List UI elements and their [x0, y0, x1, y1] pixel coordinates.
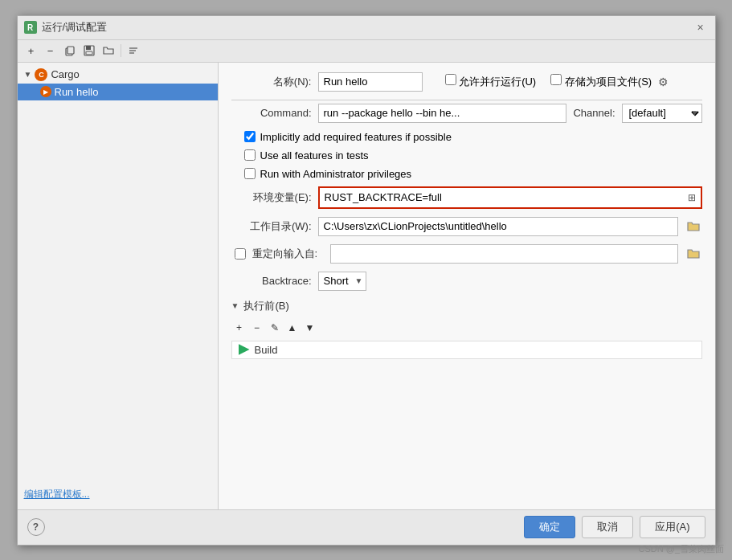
- toolbar-separator: [121, 44, 121, 57]
- sort-config-button[interactable]: [125, 42, 142, 59]
- title-bar-left: R 运行/调试配置: [24, 20, 108, 35]
- before-launch-label: 执行前(B): [243, 299, 288, 313]
- command-input[interactable]: [318, 104, 567, 123]
- remove-config-button[interactable]: −: [42, 42, 59, 59]
- working-dir-row: 工作目录(W):: [231, 217, 702, 236]
- run-with-admin-row: Run with Administrator privileges: [231, 168, 702, 180]
- redirect-input-folder-button[interactable]: [685, 245, 702, 263]
- allow-parallel-label: 允许并行运行(U): [445, 74, 537, 89]
- cargo-group-header[interactable]: ▼ C Cargo: [18, 66, 218, 84]
- sidebar: ▼ C Cargo ▶ Run hello 编辑配置模板...: [18, 63, 219, 509]
- apply-button[interactable]: 应用(A): [640, 516, 705, 538]
- ok-button[interactable]: 确定: [524, 516, 575, 538]
- dialog-icon: R: [24, 21, 37, 34]
- run-with-admin-checkbox[interactable]: [244, 168, 256, 179]
- store-as-file-checkbox[interactable]: [550, 74, 562, 85]
- close-button[interactable]: ×: [693, 19, 709, 35]
- before-launch-toolbar: + − ✎ ▲ ▼: [231, 320, 702, 336]
- env-input-wrapper: ⊞: [318, 186, 702, 209]
- run-hello-icon: ▶: [40, 86, 51, 97]
- build-icon: [239, 344, 250, 355]
- cargo-label: Cargo: [51, 68, 79, 80]
- env-label: 环境变量(E):: [231, 190, 312, 205]
- name-input[interactable]: [318, 72, 423, 92]
- use-all-features-row: Use all features in tests: [231, 149, 702, 161]
- command-label: Command:: [231, 107, 312, 119]
- svg-rect-3: [86, 46, 91, 50]
- env-input[interactable]: [320, 188, 701, 207]
- use-all-features-label: Use all features in tests: [260, 149, 369, 161]
- before-launch-header: ▼ 执行前(B): [231, 299, 702, 313]
- redirect-input-label: 重定向输入自:: [252, 247, 318, 261]
- redirect-input-row: 重定向输入自:: [231, 244, 702, 264]
- command-row: Command: Channel: [default] stable beta …: [231, 104, 702, 123]
- folder-config-button[interactable]: [100, 42, 117, 59]
- settings-icon[interactable]: ⚙: [658, 76, 669, 88]
- cargo-chevron: ▼: [24, 70, 32, 79]
- allow-parallel-text: 允许并行运行(U): [459, 76, 536, 88]
- cargo-group: ▼ C Cargo ▶ Run hello: [18, 66, 218, 100]
- config-toolbar: + −: [18, 40, 715, 63]
- name-label: 名称(N):: [231, 75, 312, 89]
- build-label: Build: [255, 344, 278, 356]
- backtrace-row: Backtrace: Short Full None ▼: [231, 272, 702, 291]
- implicitly-add-row: Implicitly add required features if poss…: [231, 131, 702, 143]
- svg-rect-1: [67, 47, 74, 54]
- before-launch-add-button[interactable]: +: [231, 320, 247, 336]
- env-row: 环境变量(E): ⊞: [231, 186, 702, 209]
- title-bar: R 运行/调试配置 ×: [18, 16, 715, 40]
- channel-select[interactable]: [default] stable beta nightly: [622, 104, 702, 123]
- cargo-icon: C: [35, 68, 47, 81]
- before-launch-up-button[interactable]: ▲: [284, 320, 301, 336]
- bottom-bar: ? 确定 取消 应用(A): [18, 509, 715, 545]
- backtrace-select[interactable]: Short Full None: [318, 272, 366, 291]
- before-launch-chevron: ▼: [231, 301, 239, 310]
- allow-parallel-checkbox[interactable]: [445, 74, 456, 85]
- watermark: CSDN @_雪菜肉丝面: [638, 543, 724, 555]
- use-all-features-checkbox[interactable]: [244, 149, 256, 161]
- run-hello-label: Run hello: [55, 86, 99, 98]
- implicitly-add-checkbox[interactable]: [244, 131, 256, 142]
- run-with-admin-label: Run with Administrator privileges: [260, 168, 412, 180]
- name-row: 名称(N): 允许并行运行(U) 存储为项目文件(S) ⚙: [231, 72, 702, 92]
- working-dir-input[interactable]: [318, 217, 678, 236]
- add-config-button[interactable]: +: [22, 42, 40, 59]
- before-launch-down-button[interactable]: ▼: [302, 320, 318, 336]
- run-debug-config-dialog: R 运行/调试配置 × + −: [17, 15, 716, 546]
- store-as-file-label: 存储为项目文件(S): [550, 74, 652, 89]
- implicitly-add-label: Implicitly add required features if poss…: [260, 131, 452, 143]
- backtrace-select-wrapper: Short Full None ▼: [318, 272, 366, 291]
- build-item[interactable]: Build: [231, 341, 702, 359]
- cancel-button[interactable]: 取消: [582, 516, 633, 538]
- channel-select-wrapper: [default] stable beta nightly ▼: [622, 104, 702, 123]
- before-launch-edit-button[interactable]: ✎: [267, 320, 283, 336]
- dialog-title: 运行/调试配置: [42, 20, 108, 35]
- working-dir-folder-button[interactable]: [685, 218, 702, 235]
- run-hello-item[interactable]: ▶ Run hello: [18, 84, 218, 100]
- redirect-input-field[interactable]: [330, 244, 677, 264]
- main-content: ▼ C Cargo ▶ Run hello 编辑配置模板... 名称(N): 允…: [18, 63, 715, 509]
- copy-config-button[interactable]: [61, 42, 79, 59]
- backtrace-label: Backtrace:: [231, 275, 312, 287]
- bottom-buttons: 确定 取消 应用(A): [524, 516, 705, 538]
- save-config-button[interactable]: [80, 42, 98, 59]
- store-as-file-text: 存储为项目文件(S): [565, 76, 652, 88]
- help-button[interactable]: ?: [27, 518, 45, 536]
- env-edit-icon[interactable]: ⊞: [685, 190, 699, 205]
- edit-template-link[interactable]: 编辑配置模板...: [18, 483, 218, 506]
- right-panel: 名称(N): 允许并行运行(U) 存储为项目文件(S) ⚙ Command: C…: [219, 63, 715, 509]
- before-launch-remove-button[interactable]: −: [249, 320, 265, 336]
- redirect-input-checkbox[interactable]: [235, 248, 246, 260]
- working-dir-label: 工作目录(W):: [231, 219, 312, 234]
- divider-1: [231, 100, 702, 100]
- svg-rect-4: [86, 51, 92, 55]
- channel-label: Channel:: [573, 107, 615, 119]
